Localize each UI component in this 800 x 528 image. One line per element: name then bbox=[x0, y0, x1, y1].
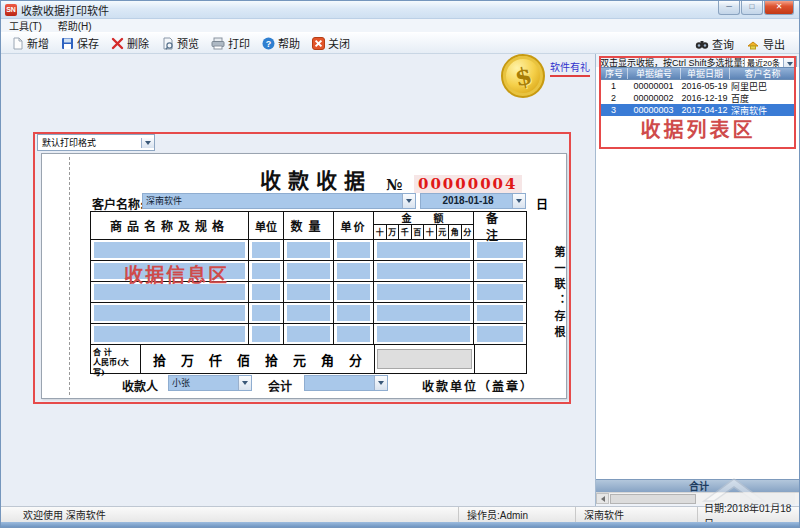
total-label: 合 计 人民币(大写) bbox=[91, 345, 141, 373]
receipt-list-rows: 1000000012016-05-19阿里巴巴2000000022016-12-… bbox=[600, 80, 796, 116]
item-input-field[interactable] bbox=[377, 326, 470, 342]
item-input-field[interactable] bbox=[337, 242, 370, 258]
new-button[interactable]: 新增 bbox=[5, 33, 55, 53]
minimize-button[interactable]: ─ bbox=[718, 1, 740, 15]
receipt-cell bbox=[284, 303, 334, 323]
item-input-field[interactable] bbox=[377, 284, 470, 300]
item-input-field[interactable] bbox=[252, 284, 280, 300]
save-button[interactable]: 保存 bbox=[55, 33, 105, 53]
receipt-cell bbox=[91, 240, 249, 260]
amount-digit-header: 角 bbox=[449, 225, 462, 239]
receipt-cell bbox=[374, 303, 474, 323]
col-remark-header: 备注 bbox=[474, 212, 526, 239]
item-input-field[interactable] bbox=[477, 242, 523, 258]
total-digit: 拾 bbox=[153, 350, 166, 369]
item-input-field[interactable] bbox=[477, 263, 523, 279]
receipt-cell bbox=[249, 261, 284, 281]
item-input-field[interactable] bbox=[377, 263, 470, 279]
help-button[interactable]: ? 帮助 bbox=[256, 33, 306, 53]
item-input-field[interactable] bbox=[377, 305, 470, 321]
item-input-field[interactable] bbox=[252, 305, 280, 321]
help-question-icon: ? bbox=[262, 37, 275, 50]
chevron-down-icon[interactable] bbox=[374, 376, 387, 390]
item-input-field[interactable] bbox=[287, 305, 330, 321]
item-input-field[interactable] bbox=[337, 263, 370, 279]
stamp-label: 收款单位（盖章） bbox=[422, 377, 534, 394]
item-input-field[interactable] bbox=[287, 242, 330, 258]
status-date: 日期:2018年01月18日 bbox=[698, 507, 800, 522]
item-input-field[interactable] bbox=[287, 284, 330, 300]
app-window: SN 收款收据打印软件 ─ □ ✕ 工具(T) 帮助(H) 新增 保存 删除 预… bbox=[0, 0, 800, 528]
item-input-field[interactable] bbox=[94, 242, 245, 258]
dollar-symbol: $ bbox=[512, 60, 534, 92]
promo-link[interactable]: 软件有礼 bbox=[550, 59, 590, 77]
menu-tools[interactable]: 工具(T) bbox=[9, 18, 42, 33]
receipt-total-row: 合 计 人民币(大写) 拾万仟佰拾元角分 bbox=[91, 345, 526, 373]
item-input-field[interactable] bbox=[287, 326, 330, 342]
col-customer: 客户名称 bbox=[730, 68, 795, 79]
scroll-left-arrow[interactable] bbox=[596, 493, 609, 504]
list-row[interactable]: 1000000012016-05-19阿里巴巴 bbox=[600, 80, 796, 92]
receipt-cell bbox=[334, 240, 374, 260]
list-cell: 1 bbox=[600, 80, 627, 92]
receipt-cell bbox=[374, 240, 474, 260]
item-input-field[interactable] bbox=[337, 305, 370, 321]
receipt-items-table: 商品名称及规格 单位 数量 单价 金额 十万千百十元角分 备注 合 计 人民币(… bbox=[90, 211, 527, 374]
item-input-field[interactable] bbox=[252, 242, 280, 258]
scrollbar-thumb[interactable] bbox=[610, 494, 696, 504]
list-row[interactable]: 2000000022016-12-19百度 bbox=[600, 92, 796, 104]
total-digit: 元 bbox=[293, 350, 306, 369]
amount-header-label: 金额 bbox=[374, 212, 473, 225]
delete-button[interactable]: 删除 bbox=[105, 33, 155, 53]
list-header-row: 序号 单据编号 单据日期 客户名称 bbox=[600, 67, 796, 80]
accountant-select[interactable] bbox=[304, 375, 388, 391]
receipt-cell bbox=[374, 324, 474, 344]
item-input-field[interactable] bbox=[287, 263, 330, 279]
close-app-button[interactable]: 关闭 bbox=[306, 33, 356, 53]
total-label-bottom: 人民币(大写) bbox=[93, 357, 138, 377]
receipt-table-body bbox=[91, 240, 526, 345]
print-format-select[interactable]: 默认打印格式 bbox=[37, 134, 155, 151]
payee-select[interactable]: 小张 bbox=[168, 375, 252, 391]
item-input-field[interactable] bbox=[477, 305, 523, 321]
list-cell: 2016-05-19 bbox=[680, 80, 729, 92]
amount-digit-header: 百 bbox=[412, 225, 425, 239]
status-operator: 操作员:Admin bbox=[459, 507, 576, 522]
item-input-field[interactable] bbox=[377, 242, 470, 258]
receipt-number: 00000004 bbox=[414, 175, 522, 193]
close-label: 关闭 bbox=[328, 35, 350, 51]
total-digit: 仟 bbox=[209, 350, 222, 369]
total-amount-cell bbox=[374, 345, 474, 373]
print-button[interactable]: 打印 bbox=[205, 33, 256, 53]
item-input-field[interactable] bbox=[94, 326, 245, 342]
chevron-down-icon[interactable] bbox=[141, 138, 154, 148]
perforation-line bbox=[69, 157, 70, 395]
item-input-field[interactable] bbox=[477, 284, 523, 300]
item-input-field[interactable] bbox=[477, 326, 523, 342]
chevron-down-icon[interactable] bbox=[238, 376, 251, 390]
new-page-icon bbox=[11, 37, 24, 50]
amount-digit-header: 元 bbox=[437, 225, 450, 239]
item-input-field[interactable] bbox=[337, 326, 370, 342]
total-amount-field[interactable] bbox=[377, 349, 472, 369]
menu-help[interactable]: 帮助(H) bbox=[58, 18, 92, 33]
item-input-field[interactable] bbox=[337, 284, 370, 300]
query-button[interactable]: 查询 bbox=[689, 34, 740, 54]
close-window-button[interactable]: ✕ bbox=[764, 1, 794, 15]
export-button[interactable]: 导出 bbox=[740, 34, 791, 54]
amount-digit-header: 万 bbox=[387, 225, 400, 239]
item-input-field[interactable] bbox=[94, 305, 245, 321]
item-input-field[interactable] bbox=[252, 263, 280, 279]
receipt-date-select[interactable]: 2018-01-18 bbox=[420, 193, 526, 209]
customer-name-select[interactable]: 深南软件 bbox=[142, 193, 416, 209]
total-label-top: 合 计 bbox=[93, 347, 138, 357]
list-cell: 阿里巴巴 bbox=[729, 80, 796, 92]
chevron-down-icon[interactable] bbox=[402, 194, 415, 208]
maximize-button[interactable]: □ bbox=[741, 1, 763, 15]
receipt-cell bbox=[474, 240, 526, 260]
preview-button[interactable]: 预览 bbox=[155, 33, 205, 53]
total-digit: 拾 bbox=[265, 350, 278, 369]
gold-coin-icon[interactable]: $ bbox=[501, 54, 545, 98]
item-input-field[interactable] bbox=[252, 326, 280, 342]
chevron-down-icon[interactable] bbox=[512, 194, 525, 208]
